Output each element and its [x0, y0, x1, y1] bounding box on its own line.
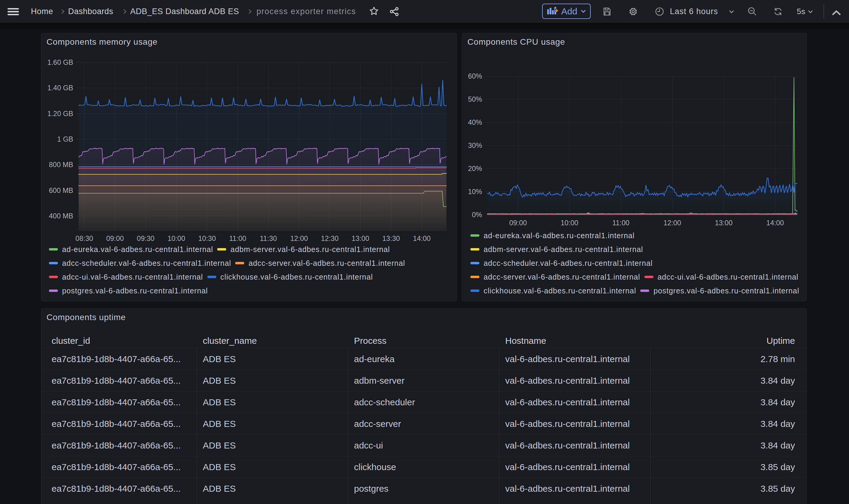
- svg-text:800 MB: 800 MB: [49, 161, 73, 168]
- svg-text:13:30: 13:30: [382, 235, 400, 242]
- svg-text:40%: 40%: [468, 119, 482, 126]
- svg-text:11:00: 11:00: [229, 235, 246, 242]
- svg-text:14:00: 14:00: [413, 235, 431, 242]
- svg-text:09:00: 09:00: [509, 219, 527, 227]
- svg-text:400 MB: 400 MB: [49, 212, 73, 220]
- svg-text:1.40 GB: 1.40 GB: [48, 84, 73, 92]
- svg-text:13:00: 13:00: [351, 235, 369, 242]
- svg-text:0%: 0%: [472, 211, 482, 219]
- svg-text:1 GB: 1 GB: [57, 135, 73, 143]
- svg-text:10:00: 10:00: [561, 219, 578, 227]
- svg-text:11:00: 11:00: [612, 219, 629, 227]
- svg-text:10:00: 10:00: [167, 235, 185, 242]
- svg-text:12:30: 12:30: [321, 235, 339, 242]
- svg-text:60%: 60%: [468, 72, 482, 80]
- svg-text:11:30: 11:30: [260, 235, 277, 242]
- svg-text:30%: 30%: [468, 142, 482, 149]
- svg-text:12:00: 12:00: [290, 235, 308, 242]
- svg-text:600 MB: 600 MB: [49, 186, 73, 194]
- svg-text:10:30: 10:30: [198, 235, 216, 242]
- svg-text:20%: 20%: [468, 165, 482, 173]
- svg-text:10%: 10%: [468, 188, 482, 196]
- svg-text:1.20 GB: 1.20 GB: [48, 110, 73, 118]
- svg-text:13:00: 13:00: [715, 219, 733, 227]
- svg-text:1.60 GB: 1.60 GB: [48, 58, 73, 66]
- svg-text:09:00: 09:00: [106, 235, 124, 242]
- svg-text:14:00: 14:00: [766, 219, 784, 227]
- svg-text:08:30: 08:30: [76, 235, 93, 242]
- svg-text:12:00: 12:00: [663, 219, 681, 227]
- svg-text:09:30: 09:30: [137, 235, 155, 242]
- svg-text:50%: 50%: [468, 95, 482, 103]
